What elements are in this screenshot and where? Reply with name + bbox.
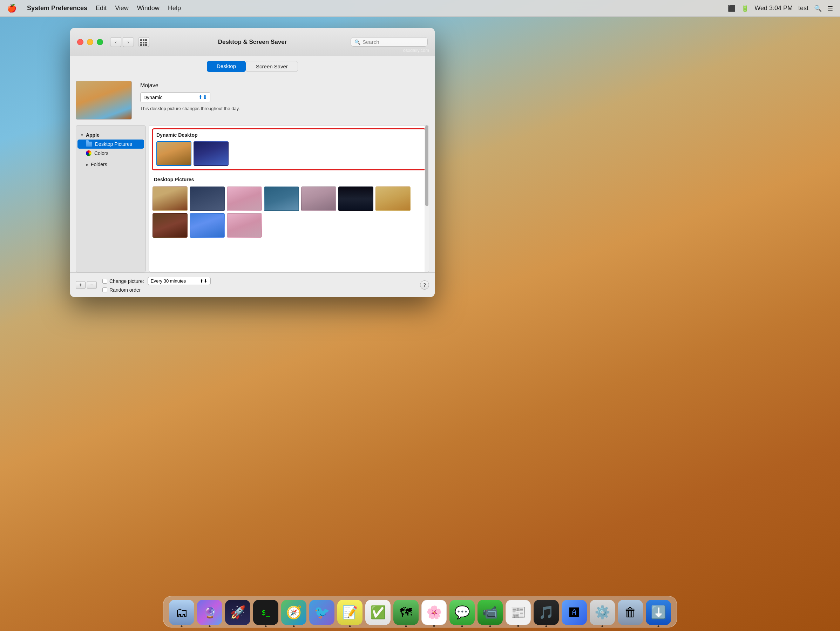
random-order-label[interactable]: Random order xyxy=(103,287,141,293)
gallery-inner: Dynamic Desktop Desktop Pictures xyxy=(149,126,429,272)
dock-icon-music[interactable]: 🎵 xyxy=(534,600,559,625)
menubar-list-icon[interactable]: ☰ xyxy=(827,5,833,12)
sysprefs-dot xyxy=(602,625,603,627)
music-dot xyxy=(546,625,547,627)
watermark: osxdaily.com xyxy=(403,48,429,53)
thumb-pink[interactable] xyxy=(227,186,262,211)
gallery-wrapper: Dynamic Desktop Desktop Pictures xyxy=(148,125,429,272)
sidebar-item-colors[interactable]: Colors xyxy=(76,148,145,158)
search-icon: 🔍 xyxy=(354,39,360,45)
interval-dropdown[interactable]: Every 30 minutes ⬆⬇ xyxy=(148,277,211,285)
colors-icon xyxy=(86,150,92,156)
downloads-icon: ⬇️ xyxy=(651,605,666,620)
scrollbar-thumb[interactable] xyxy=(425,126,428,206)
minimize-button[interactable] xyxy=(87,39,93,45)
notes-icon: 📝 xyxy=(342,605,358,620)
dropdown-value: Dynamic xyxy=(144,95,162,100)
sidebar-wrapper: ▼ Apple Desktop Pictures Colors ▶ Folder… xyxy=(76,125,146,272)
tab-bar: Desktop Screen Saver xyxy=(70,56,435,76)
change-picture-label[interactable]: Change picture: xyxy=(103,278,144,284)
menubar-window[interactable]: Window xyxy=(133,3,164,13)
dock-icon-notes[interactable]: 📝 xyxy=(337,600,363,625)
sidebar-item-desktop-pictures[interactable]: Desktop Pictures xyxy=(77,139,144,148)
panels-wrapper: ▼ Apple Desktop Pictures Colors ▶ Folder… xyxy=(70,125,435,272)
bottom-bar: + − Change picture: Every 30 minutes ⬆⬇ … xyxy=(70,272,435,297)
dock-icon-launchpad[interactable]: 🚀 xyxy=(225,600,250,625)
menubar-screen-icon: ⬛ xyxy=(728,5,736,12)
dynamic-dropdown[interactable]: Dynamic ⬆⬇ xyxy=(140,92,210,103)
dock-icon-photos[interactable]: 🌸 xyxy=(422,600,447,625)
thumb-rock[interactable] xyxy=(301,186,336,211)
maximize-button[interactable] xyxy=(97,39,103,45)
sidebar-item-desktop-pictures-label: Desktop Pictures xyxy=(95,141,132,147)
dock-icon-trash[interactable]: 🗑 xyxy=(618,600,643,625)
dock-icon-sysprefs[interactable]: ⚙️ xyxy=(590,600,615,625)
terminal-icon: $_ xyxy=(262,608,270,617)
sidebar-controls: + − xyxy=(76,281,97,289)
back-button[interactable]: ‹ xyxy=(110,37,121,47)
dock-icon-bird[interactable]: 🐦 xyxy=(309,600,335,625)
desktop-pictures-grid xyxy=(149,185,429,241)
menubar-help[interactable]: Help xyxy=(164,3,185,13)
interval-value: Every 30 minutes xyxy=(151,278,186,284)
dock-icon-maps[interactable]: 🗺 xyxy=(393,600,418,625)
scrollbar-track[interactable] xyxy=(425,126,429,272)
sidebar: ▼ Apple Desktop Pictures Colors ▶ Folder… xyxy=(76,125,146,272)
thumb-pink2[interactable] xyxy=(227,213,262,238)
menubar-edit[interactable]: Edit xyxy=(92,3,111,13)
dock-icon-facetime[interactable]: 📹 xyxy=(477,600,503,625)
thumb-city[interactable] xyxy=(338,186,373,211)
menubar-app-name[interactable]: System Preferences xyxy=(23,3,92,13)
sidebar-item-folders-label: Folders xyxy=(91,162,107,167)
add-button[interactable]: + xyxy=(76,281,85,289)
random-order-checkbox[interactable] xyxy=(103,287,107,292)
finder-icon: 🗂 xyxy=(175,605,188,620)
dock-icon-terminal[interactable]: $_ xyxy=(253,600,278,625)
dock-icon-news[interactable]: 📰 xyxy=(505,600,531,625)
thumb-mojave-night[interactable] xyxy=(194,141,229,166)
thumb-desert1[interactable] xyxy=(153,186,188,211)
dock-icon-finder[interactable]: 🗂 xyxy=(169,600,194,625)
downloads-dot xyxy=(658,625,660,627)
help-button[interactable]: ? xyxy=(420,281,429,290)
remove-button[interactable]: − xyxy=(87,281,97,289)
sidebar-group-apple[interactable]: ▼ Apple xyxy=(76,130,145,139)
search-box[interactable]: 🔍 Search xyxy=(351,37,428,47)
wallpaper-preview-thumbnail xyxy=(76,81,132,120)
tab-desktop[interactable]: Desktop xyxy=(207,61,246,72)
terminal-dot xyxy=(265,625,267,627)
launchpad-icon: 🚀 xyxy=(230,605,246,620)
reminders-icon: ✅ xyxy=(370,605,386,620)
folder-icon xyxy=(86,142,92,147)
grid-view-button[interactable] xyxy=(138,37,149,47)
search-input[interactable]: Search xyxy=(363,39,379,45)
photos-icon: 🌸 xyxy=(426,605,442,620)
messages-dot xyxy=(461,625,463,627)
dropdown-arrow-icon: ⬆⬇ xyxy=(198,94,207,101)
thumb-gradient-blue[interactable] xyxy=(189,213,225,238)
thumb-ocean[interactable] xyxy=(264,186,299,211)
close-button[interactable] xyxy=(77,39,84,45)
dock-icon-siri[interactable]: 🔮 xyxy=(197,600,222,625)
forward-button[interactable]: › xyxy=(123,37,134,47)
dock-icon-downloads[interactable]: ⬇️ xyxy=(646,600,671,625)
apple-menu-icon[interactable]: 🍎 xyxy=(7,4,16,13)
sysprefs-icon: ⚙️ xyxy=(595,605,610,620)
menubar-view[interactable]: View xyxy=(111,3,133,13)
change-picture-checkbox[interactable] xyxy=(103,279,107,284)
thumb-sand[interactable] xyxy=(376,186,411,211)
dock-icon-appstore[interactable]: 🅰 xyxy=(562,600,587,625)
dock-icon-messages[interactable]: 💬 xyxy=(450,600,475,625)
dynamic-thumbnail-grid xyxy=(153,139,425,169)
dock: 🗂 🔮 🚀 $_ 🧭 🐦 📝 ✅ 🗺 🌸 💬 📹 xyxy=(163,596,677,628)
thumb-mojave-day[interactable] xyxy=(156,141,191,166)
menubar-search-icon[interactable]: 🔍 xyxy=(814,5,822,12)
messages-icon: 💬 xyxy=(454,605,470,620)
tab-screen-saver[interactable]: Screen Saver xyxy=(246,61,298,72)
thumb-dune-dark[interactable] xyxy=(153,213,188,238)
dock-icon-reminders[interactable]: ✅ xyxy=(365,600,390,625)
dock-icon-safari[interactable]: 🧭 xyxy=(281,600,306,625)
sidebar-item-folders[interactable]: ▶ Folders xyxy=(76,160,145,169)
window-title: Desktop & Screen Saver xyxy=(218,39,287,46)
thumb-desert2[interactable] xyxy=(189,186,225,211)
